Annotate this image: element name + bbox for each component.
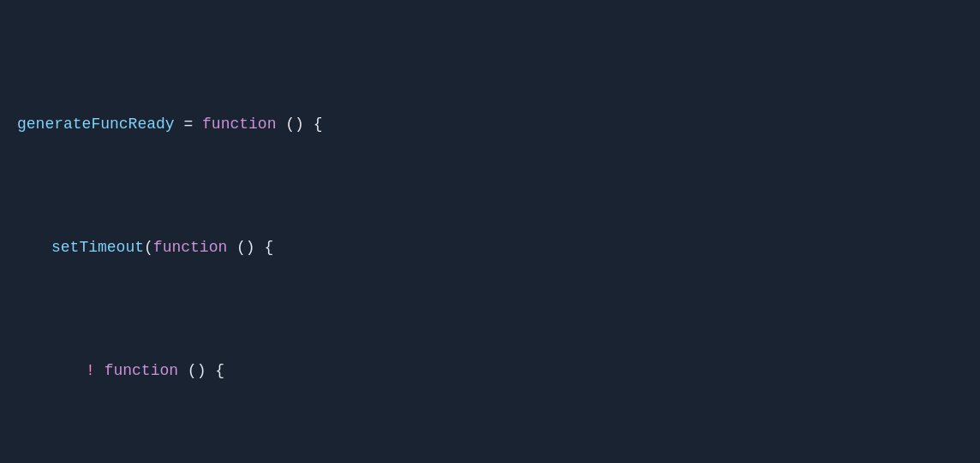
token-setTimeout: setTimeout <box>51 235 144 260</box>
token-varname: generateFuncReady <box>17 112 175 137</box>
code-line-2: setTimeout(function () { <box>17 235 963 260</box>
token-exclaim: ! <box>86 359 95 383</box>
code-line-3: ! function () { <box>17 359 963 383</box>
code-line-1: generateFuncReady = function () { <box>17 112 963 137</box>
code-editor: generateFuncReady = function () { setTim… <box>17 14 963 463</box>
